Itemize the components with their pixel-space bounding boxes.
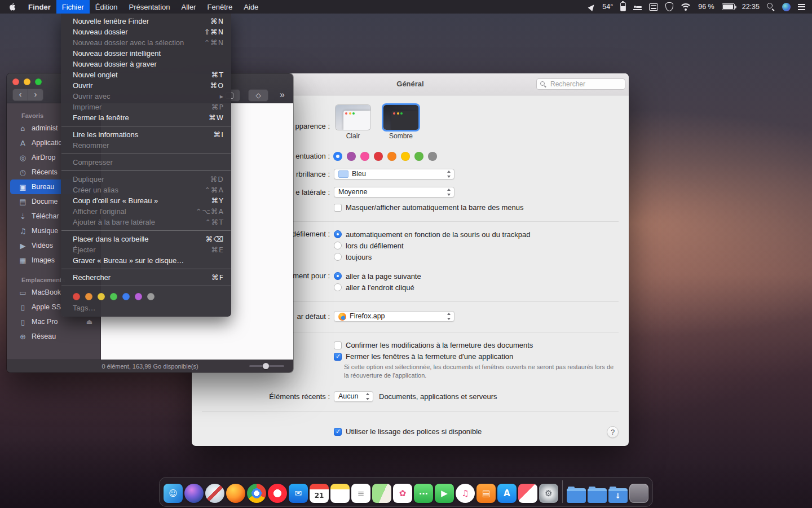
appearance-option-sombre[interactable] xyxy=(383,105,418,130)
help-button[interactable]: ? xyxy=(607,426,619,438)
menu-item[interactable] xyxy=(61,154,231,154)
radio-control[interactable] xyxy=(334,253,342,261)
vertical-battery-icon[interactable] xyxy=(620,2,626,11)
dock-item-firefox[interactable] xyxy=(226,484,245,503)
prefs-search-field[interactable] xyxy=(536,78,625,90)
spotlight-icon[interactable] xyxy=(767,3,775,11)
dock-item-app-store[interactable]: A xyxy=(497,484,517,503)
dock-item-folder-1[interactable] xyxy=(567,488,586,503)
dock-item-messages[interactable]: … xyxy=(414,484,433,503)
minimize-button[interactable] xyxy=(24,78,30,85)
menu-bar-clock[interactable]: 22:35 xyxy=(742,3,760,11)
dock-item-maps[interactable] xyxy=(372,484,391,503)
scrollbars-option-toujours[interactable]: toujours xyxy=(334,251,530,262)
tag-color-red[interactable] xyxy=(73,293,80,300)
menu-item[interactable] xyxy=(61,230,231,231)
menubar-item-fenetre[interactable]: Fenêtre xyxy=(202,0,239,14)
menubar-item-aller[interactable]: Aller xyxy=(176,0,202,14)
menu-item-ouvrir[interactable]: Ouvrir ⌘O xyxy=(61,80,231,91)
radio-control[interactable] xyxy=(334,272,342,280)
menu-item-ejecter[interactable]: Éjecter ⌘E xyxy=(61,244,231,255)
confirm-close-checkbox[interactable] xyxy=(334,341,342,349)
menu-item[interactable] xyxy=(61,286,231,286)
scrollbars-option-automatiquement-en-fonction-de-la-souris-ou-du-trackpad[interactable]: automatiquement en fonction de la souris… xyxy=(334,229,530,240)
printer-icon[interactable] xyxy=(649,3,658,11)
dock-item-facetime[interactable]: ▶ xyxy=(435,484,454,503)
dock-item-photos[interactable]: ✿ xyxy=(393,484,412,503)
menu-item-placer-dans-la-corbeille[interactable]: Placer dans la corbeille ⌘⌫ xyxy=(61,234,231,244)
menubar-item-fichier[interactable]: Fichier xyxy=(56,0,90,14)
apple-menu[interactable] xyxy=(0,0,23,14)
dock-item-safari[interactable] xyxy=(205,484,224,503)
temperature-status[interactable]: 54° xyxy=(602,3,613,11)
font-smoothing-checkbox[interactable] xyxy=(334,428,342,436)
dock-item-itunes[interactable]: ♫ xyxy=(456,484,475,503)
menubar-item-aide[interactable]: Aide xyxy=(238,0,264,14)
eject-icon[interactable] xyxy=(86,318,92,326)
menu-item-creer-un-alias[interactable]: Créer un alias ⌃⌘A xyxy=(61,185,231,195)
back-button[interactable]: ‹ xyxy=(12,89,28,101)
bed-icon[interactable] xyxy=(633,3,642,10)
dock-item-opera[interactable] xyxy=(268,484,287,503)
battery-icon[interactable] xyxy=(722,3,735,10)
tag-color-orange[interactable] xyxy=(85,293,92,300)
recent-items-select[interactable]: Aucun xyxy=(334,391,373,402)
dock-item-books[interactable]: ▤ xyxy=(476,484,496,503)
menubar-autohide-checkbox[interactable] xyxy=(334,204,342,212)
icon-size-slider[interactable] xyxy=(249,365,284,367)
highlight-color-select[interactable]: Bleu xyxy=(334,169,454,179)
menu-item-tags[interactable]: Tags… xyxy=(61,303,231,313)
search-input[interactable] xyxy=(549,80,621,89)
menu-item-imprimer[interactable]: Imprimer ⌘P xyxy=(61,102,231,112)
menubar-item-finder[interactable]: Finder xyxy=(23,0,56,14)
sidebar-item-reseau[interactable]: ⊕ Réseau xyxy=(10,329,97,344)
sidebar-size-select[interactable]: Moyenne xyxy=(334,187,454,198)
battery-percent[interactable]: 96 % xyxy=(698,3,714,11)
dock-item-system-preferences[interactable]: ⚙ xyxy=(539,484,558,503)
dock-item-notes[interactable] xyxy=(330,484,350,503)
menubar-item-presentation[interactable]: Présentation xyxy=(123,0,176,14)
menu-item-afficher-l-original[interactable]: Afficher l'original ⌃⌥⌘A xyxy=(61,206,231,217)
dock-item-mail[interactable]: ✉ xyxy=(289,484,308,503)
menu-item-ajouter-a-la-barre-laterale[interactable]: Ajouter à la barre latérale ⌃⌘T xyxy=(61,217,231,227)
menu-item-nouvel-onglet[interactable]: Nouvel onglet ⌘T xyxy=(61,69,231,80)
toolbar-overflow-button[interactable]: » xyxy=(280,89,285,100)
menu-item-nouveau-dossier-a-graver[interactable]: Nouveau dossier à graver xyxy=(61,59,231,69)
tag-color-yellow[interactable] xyxy=(98,293,105,300)
tag-color-gray[interactable] xyxy=(147,293,155,300)
menu-item-compresser[interactable]: Compresser xyxy=(61,157,231,168)
zoom-button[interactable] xyxy=(35,78,42,85)
accent-color-orange[interactable] xyxy=(387,152,396,161)
scroll-click-option-aller-a-la-page-suivante[interactable]: aller à la page suivante xyxy=(334,270,421,282)
dock-item[interactable] xyxy=(562,480,563,503)
dock-item-calendar[interactable]: 21 xyxy=(310,484,329,503)
menu-item-lire-les-informations[interactable]: Lire les informations ⌘I xyxy=(61,129,231,140)
dock-item-siri[interactable] xyxy=(184,484,204,503)
dock-item-folder-2[interactable] xyxy=(588,488,607,503)
menu-item-ouvrir-avec[interactable]: Ouvrir avec ▸ xyxy=(61,91,231,102)
dock-item-reminders[interactable]: ≡ xyxy=(351,484,370,503)
radio-control[interactable] xyxy=(334,230,342,238)
menu-item-renommer[interactable]: Renommer xyxy=(61,140,231,151)
menu-item-nouveau-dossier[interactable]: Nouveau dossier ⇧⌘N xyxy=(61,27,231,37)
wifi-icon[interactable] xyxy=(681,3,691,11)
accent-color-green[interactable] xyxy=(414,152,423,161)
dock-item-news[interactable] xyxy=(518,484,537,503)
menu-item-nouveau-dossier-avec-la-selection[interactable]: Nouveau dossier avec la sélection ⌃⌘N xyxy=(61,37,231,48)
menu-item[interactable] xyxy=(61,126,231,126)
location-icon[interactable] xyxy=(589,4,595,10)
tags-button[interactable]: ◇ xyxy=(248,89,268,102)
menu-item-rechercher[interactable]: Rechercher ⌘F xyxy=(61,272,231,283)
forward-button[interactable]: › xyxy=(28,89,43,101)
tag-color-green[interactable] xyxy=(110,293,117,300)
menu-item[interactable] xyxy=(61,170,231,171)
accent-color-blue[interactable] xyxy=(333,152,342,161)
accent-color-purple[interactable] xyxy=(347,152,356,161)
default-browser-select[interactable]: Firefox.app xyxy=(334,311,454,322)
close-windows-checkbox[interactable] xyxy=(334,353,342,361)
menu-item[interactable] xyxy=(61,269,231,269)
siri-icon[interactable] xyxy=(782,3,791,11)
notification-center-icon[interactable] xyxy=(798,4,805,10)
accent-color-pink[interactable] xyxy=(360,152,369,161)
close-button[interactable] xyxy=(12,78,19,85)
